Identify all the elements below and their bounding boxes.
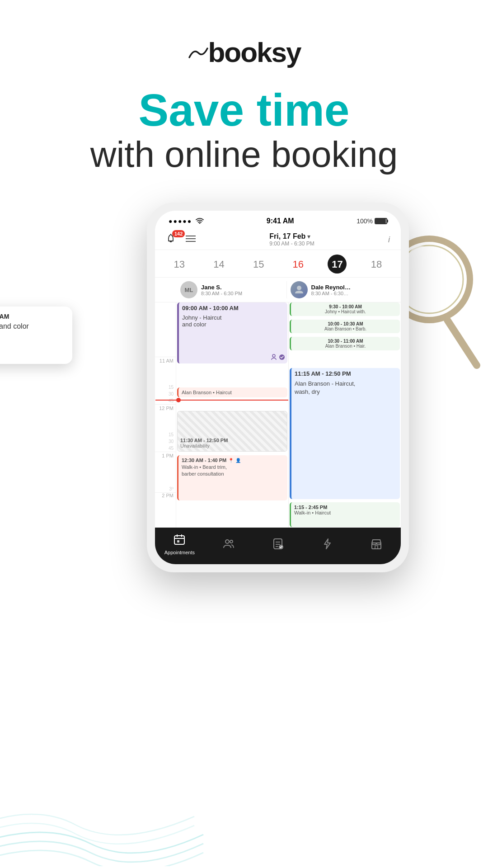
date-13[interactable]: 13 <box>169 257 189 272</box>
appt-johny-2[interactable]: 9:30 - 10:00 AM Johny • Haircut with. <box>290 302 400 316</box>
floating-card-name: Johny - Haircut and color <box>0 322 65 331</box>
appt-walkin-time: 12:30 AM - 1:40 PM <box>182 458 226 463</box>
floating-card-time: 09:00 AM - 10:00 AM <box>0 313 65 320</box>
svg-rect-16 <box>174 536 184 544</box>
info-icon[interactable]: i <box>388 235 390 245</box>
svg-rect-20 <box>177 540 179 542</box>
battery-icon <box>375 218 387 224</box>
nav-checklist[interactable] <box>253 538 303 552</box>
calendar-icon <box>174 534 185 547</box>
wifi-icon <box>196 217 204 225</box>
phone-frame: ●●●●● 9:41 AM 100% <box>147 203 409 572</box>
signal-dots: ●●●●● <box>169 217 192 225</box>
appt-unavailability[interactable]: 11:30 AM - 12:50 PM Unavailability <box>177 411 287 452</box>
appt-blue-name: Alan Branson - Haircut,wash, dry <box>295 380 397 396</box>
unavail-time: 11:30 AM - 12:50 PM <box>180 438 284 443</box>
hero-section: Save time with online booking <box>0 86 488 203</box>
status-time: 9:41 AM <box>267 217 294 225</box>
staff-col-2: 9:30 - 10:00 AM Johny • Haircut with. 10… <box>288 302 401 528</box>
appt-walkin2-time: 1:15 - 2:45 PM <box>294 505 397 510</box>
header: booksy <box>0 0 488 86</box>
store-icon <box>371 538 382 552</box>
appt-small-time2: 10:00 - 10:30 AM <box>328 321 363 326</box>
logo-text: booksy <box>208 36 300 68</box>
date-14[interactable]: 14 <box>209 257 229 272</box>
staff-name-1: Jane S. <box>201 284 286 291</box>
staff-item-1: ML Jane S. 8:30 AM - 6:30 PM <box>180 281 286 298</box>
notification-badge: 142 <box>172 230 185 237</box>
appt-johny-haircut[interactable]: 09:00 AM - 10:00 AM Johny - Haircutand c… <box>177 302 287 363</box>
menu-icon[interactable] <box>186 235 196 244</box>
unavail-label: Unavailability <box>180 443 284 448</box>
appt-walkin2-name: Walk-in • Haircut <box>294 510 397 515</box>
header-hours: 9:00 AM - 6:30 PM <box>269 241 314 247</box>
date-18[interactable]: 18 <box>366 257 386 272</box>
floating-card: 09:00 AM - 10:00 AM Johny - Haircut and … <box>0 307 72 364</box>
nav-lightning[interactable] <box>302 538 352 552</box>
date-strip: 13 14 15 16 17 18 <box>155 250 401 278</box>
appt-alan-2[interactable]: 10:00 - 10:30 AM Alan Branson • Barb. <box>290 320 400 333</box>
date-17[interactable]: 17 <box>328 255 347 274</box>
nav-appointments[interactable]: Appointments <box>155 534 204 555</box>
appt-small-name2: Alan Branson • Barb. <box>324 326 366 331</box>
appt-walkin-name: Walk-in • Beard trim,barber consultation <box>182 464 284 478</box>
appt-small-name3: Alan Branson • Hair. <box>325 344 366 349</box>
svg-point-13 <box>297 286 301 290</box>
staff-hours-2: 8:30 AM - 6:30… <box>311 291 397 296</box>
hero-subtitle: with online booking <box>0 134 488 175</box>
staff-item-2: Dale Reynol… 8:30 AM - 6:30… <box>286 281 397 298</box>
nav-clients[interactable] <box>204 538 253 552</box>
appt-alan-name: Alan Branson • Haircut <box>182 390 232 395</box>
svg-point-14 <box>272 354 275 357</box>
staff-columns: 09:00 AM - 10:00 AM Johny - Haircutand c… <box>176 302 401 528</box>
time-column: 11 AM 15 30 45 12 PM 15 30 45 1 PM 3⁰ 2 … <box>155 302 176 528</box>
staff-col-1: 09:00 AM - 10:00 AM Johny - Haircutand c… <box>176 302 288 528</box>
appt-blue-time: 11:15 AM - 12:50 PM <box>295 370 397 377</box>
status-bar: ●●●●● 9:41 AM 100% <box>155 211 401 229</box>
appt-small-time3: 10:30 - 11:00 AM <box>328 339 363 344</box>
header-date: Fri, 17 Feb <box>269 232 305 241</box>
header-date-center: Fri, 17 Feb ▾ 9:00 AM - 6:30 PM <box>269 232 314 247</box>
checklist-icon <box>272 538 284 552</box>
appt-walkin-2[interactable]: 1:15 - 2:45 PM Walk-in • Haircut <box>290 502 400 527</box>
appt-walkin-1[interactable]: 12:30 AM - 1:40 PM 📍 👤 Walk-in • Beard t… <box>177 455 287 500</box>
appt-alan-3[interactable]: 10:30 - 11:00 AM Alan Branson • Hair. <box>290 337 400 350</box>
appt-small-time: 9:30 - 10:00 AM <box>329 304 361 309</box>
pin-icon: 📍 <box>228 458 234 463</box>
notification-bell[interactable]: 142 <box>166 234 196 245</box>
hero-title: Save time <box>0 86 488 134</box>
svg-rect-29 <box>375 546 378 549</box>
calendar-body: 11 AM 15 30 45 12 PM 15 30 45 1 PM 3⁰ 2 … <box>155 302 401 528</box>
svg-point-22 <box>230 540 233 543</box>
date-15[interactable]: 15 <box>249 257 268 272</box>
svg-line-0 <box>447 320 477 365</box>
floating-card-icon <box>0 340 65 358</box>
staff-name-2: Dale Reynol… <box>311 284 397 291</box>
staff-hours-1: 8:30 AM - 6:30 PM <box>201 291 286 296</box>
check-circle-icon <box>279 354 285 361</box>
staff-row: ML Jane S. 8:30 AM - 6:30 PM Dale R <box>155 278 401 302</box>
nav-store[interactable] <box>352 538 401 552</box>
bottom-nav: Appointments <box>155 528 401 564</box>
appt-alan-haircut-big[interactable]: 11:15 AM - 12:50 PM Alan Branson - Hairc… <box>290 368 400 499</box>
current-time-indicator <box>155 400 288 401</box>
chevron-down-icon[interactable]: ▾ <box>307 233 310 240</box>
svg-point-21 <box>225 540 229 543</box>
staff-avatar-1: ML <box>180 281 197 298</box>
nav-appointments-label: Appointments <box>164 550 195 555</box>
appt-small-name: Johny • Haircut with. <box>325 309 366 314</box>
battery-percent: 100% <box>357 217 373 225</box>
svg-point-8 <box>199 222 201 224</box>
staff-avatar-2 <box>291 281 308 298</box>
appt-alan-bar[interactable]: Alan Branson • Haircut <box>177 387 287 397</box>
app-header: 142 Fri, 17 Feb ▾ 9:00 AM - 6:30 <box>155 229 401 250</box>
person-icon <box>271 354 277 361</box>
date-16[interactable]: 16 <box>288 257 308 272</box>
person2-icon: 👤 <box>235 458 241 463</box>
people-icon <box>223 538 235 552</box>
lightning-icon <box>321 538 333 552</box>
